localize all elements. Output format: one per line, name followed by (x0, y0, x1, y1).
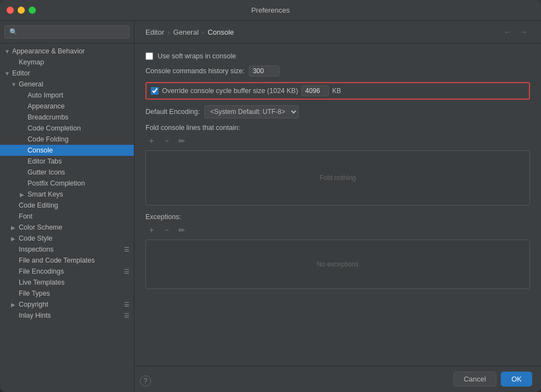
sidebar-item-label: Code Completion (28, 124, 81, 132)
encoding-label: Default Encoding: (145, 108, 200, 116)
exceptions-add-button[interactable]: ＋ (145, 224, 158, 236)
sidebar-item-file-types[interactable]: File Types (0, 288, 134, 299)
badge-icon: ☰ (124, 246, 129, 253)
fold-add-button[interactable]: ＋ (145, 135, 158, 147)
sidebar-item-inspections[interactable]: Inspections☰ (0, 244, 134, 255)
sidebar-item-label: Keymap (19, 58, 44, 66)
breadcrumb-bar: Editor › General › Console ← → (134, 21, 541, 43)
sidebar-item-label: Appearance & Behavior (12, 47, 85, 55)
sidebar-item-label: Live Templates (19, 279, 64, 286)
sidebar-item-file-encodings[interactable]: File Encodings☰ (0, 266, 134, 277)
fold-box: Fold nothing (145, 150, 530, 205)
sidebar-item-label: Appearance (28, 102, 64, 110)
history-input[interactable] (249, 66, 279, 77)
sidebar-item-console[interactable]: Console (0, 145, 134, 156)
exceptions-empty-text: No exceptions (317, 260, 359, 268)
exceptions-remove-button[interactable]: － (161, 224, 173, 236)
soft-wraps-checkbox[interactable] (145, 52, 153, 60)
nav-buttons: ← → (501, 26, 530, 37)
sidebar-item-editor-tabs[interactable]: Editor Tabs (0, 156, 134, 167)
right-panel: Editor › General › Console ← → Use soft … (134, 21, 541, 392)
sidebar-item-keymap[interactable]: Keymap (0, 57, 134, 68)
help-button[interactable]: ? (140, 375, 151, 386)
sidebar-item-breadcrumbs[interactable]: Breadcrumbs (0, 112, 134, 123)
sidebar-item-color-scheme[interactable]: ▶Color Scheme (0, 222, 134, 233)
badge-icon: ☰ (124, 301, 129, 308)
sidebar-item-inlay-hints[interactable]: Inlay Hints☰ (0, 310, 134, 321)
sidebar-item-gutter-icons[interactable]: Gutter Icons (0, 167, 134, 178)
sidebar-item-label: File and Code Templates (19, 257, 95, 264)
sidebar-item-font[interactable]: Font (0, 211, 134, 222)
ok-button[interactable]: OK (501, 372, 532, 386)
sidebar-item-label: Code Folding (28, 135, 68, 143)
override-row: Override console cycle buffer size (1024… (145, 82, 530, 100)
sidebar-item-appearance[interactable]: Appearance (0, 101, 134, 112)
exceptions-edit-button[interactable]: ✏ (176, 224, 187, 236)
history-row: Console commands history size: (145, 66, 530, 77)
sidebar-item-general[interactable]: ▼General (0, 79, 134, 90)
badge-icon: ☰ (124, 312, 129, 319)
cancel-button[interactable]: Cancel (453, 372, 496, 386)
search-input[interactable] (4, 25, 129, 39)
encoding-select[interactable]: <System Default: UTF-8> (204, 105, 299, 118)
sidebar-item-label: Console (28, 146, 53, 154)
exceptions-toolbar: ＋ － ✏ (145, 224, 530, 236)
chevron-icon: ▶ (11, 236, 18, 242)
fold-remove-button[interactable]: － (161, 135, 173, 147)
chevron-icon: ▼ (4, 70, 11, 77)
sidebar-item-label: Code Editing (19, 202, 58, 209)
sidebar-item-label: File Types (19, 290, 50, 297)
exceptions-section: Exceptions: ＋ － ✏ No exceptions (145, 213, 530, 289)
sidebar-item-postfix-completion[interactable]: Postfix Completion (0, 178, 134, 189)
close-button[interactable] (7, 7, 14, 14)
fold-toolbar: ＋ － ✏ (145, 135, 530, 147)
override-value-input[interactable] (301, 85, 329, 96)
badge-icon: ☰ (124, 268, 129, 275)
sidebar-item-live-templates[interactable]: Live Templates (0, 277, 134, 288)
settings-area: Use soft wraps in console Console comman… (134, 43, 541, 366)
sidebar-item-label: Code Style (19, 235, 52, 242)
sidebar-item-label: Breadcrumbs (28, 113, 68, 121)
sidebar-item-auto-import[interactable]: Auto Import (0, 90, 134, 101)
nav-forward-button[interactable]: → (518, 26, 530, 37)
footer: ? Cancel OK (134, 366, 541, 392)
minimize-button[interactable] (18, 7, 25, 14)
override-checkbox[interactable] (151, 87, 159, 95)
encoding-row: Default Encoding: <System Default: UTF-8… (145, 105, 530, 118)
breadcrumb-general: General (173, 28, 198, 36)
sidebar-item-code-editing[interactable]: Code Editing (0, 200, 134, 211)
sidebar-item-smart-keys[interactable]: ▶Smart Keys (0, 189, 134, 200)
maximize-button[interactable] (29, 7, 36, 14)
exceptions-box: No exceptions (145, 239, 530, 289)
fold-edit-button[interactable]: ✏ (176, 135, 187, 147)
sidebar-item-copyright[interactable]: ▶Copyright☰ (0, 299, 134, 310)
sidebar-item-label: Auto Import (28, 91, 63, 99)
window-controls (7, 7, 36, 14)
sidebar-item-label: Copyright (19, 301, 48, 308)
nav-back-button[interactable]: ← (501, 26, 513, 37)
title-bar: Preferences (0, 0, 541, 21)
sidebar-item-label: Font (19, 213, 33, 220)
sidebar-item-file-code-templates[interactable]: File and Code Templates (0, 255, 134, 266)
sidebar-item-label: Gutter Icons (28, 168, 65, 176)
chevron-icon: ▶ (11, 225, 18, 231)
sidebar-item-appearance-behavior[interactable]: ▼Appearance & Behavior (0, 46, 134, 57)
sidebar-item-code-style[interactable]: ▶Code Style (0, 233, 134, 244)
sidebar: ▼Appearance & BehaviorKeymap▼Editor▼Gene… (0, 21, 134, 392)
sidebar-item-editor[interactable]: ▼Editor (0, 68, 134, 79)
sidebar-item-label: Inlay Hints (19, 312, 51, 319)
chevron-icon: ▼ (4, 48, 11, 55)
sidebar-item-code-folding[interactable]: Code Folding (0, 134, 134, 145)
sidebar-item-label: Postfix Completion (28, 179, 85, 187)
chevron-icon: ▼ (11, 81, 18, 88)
sidebar-item-label: General (19, 80, 43, 88)
sidebar-item-code-completion[interactable]: Code Completion (0, 123, 134, 134)
override-label: Override console cycle buffer size (1024… (162, 87, 298, 95)
sidebar-tree: ▼Appearance & BehaviorKeymap▼Editor▼Gene… (0, 43, 134, 392)
chevron-icon: ▶ (11, 302, 18, 308)
preferences-dialog: Preferences ▼Appearance & BehaviorKeymap… (0, 0, 541, 392)
soft-wraps-row: Use soft wraps in console (145, 52, 530, 60)
breadcrumb: Editor › General › Console (145, 28, 234, 36)
sidebar-item-label: Editor (12, 69, 30, 77)
sidebar-item-label: Smart Keys (28, 190, 63, 198)
